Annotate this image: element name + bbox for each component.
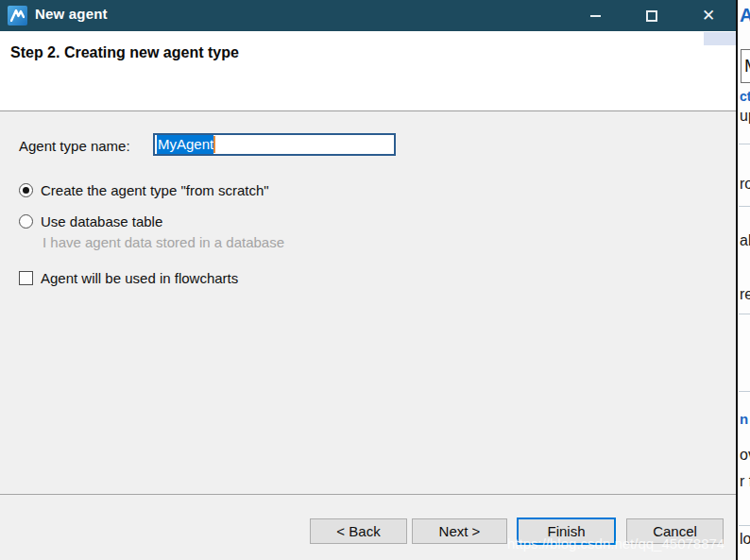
bg-fragment: al [740,232,750,249]
anylogic-logo-icon [8,6,27,25]
bg-divider [739,144,750,144]
finish-button[interactable]: Finish [517,518,616,545]
wizard-header: Step 2. Creating new agent type [0,31,736,111]
radio-unselected-icon[interactable] [19,214,33,229]
bg-fragment: ro [740,176,750,193]
radio-selected-icon[interactable] [19,183,33,197]
footer-separator [0,494,736,495]
titlebar[interactable]: New agent ✕ [0,0,736,31]
wizard-body: Agent type name: MyAgent Create the agen… [0,112,736,494]
text-caret [213,136,215,153]
radio-from-scratch[interactable]: Create the agent type "from scratch" [19,182,269,198]
minimize-icon [590,15,601,17]
checkbox-unchecked-icon[interactable] [19,271,33,285]
bg-fragment: re [740,286,750,303]
selected-input-text: MyAgent [157,135,213,154]
step-heading: Step 2. Creating new agent type [10,44,239,61]
close-icon: ✕ [702,8,715,24]
radio-from-scratch-label: Create the agent type "from scratch" [41,182,269,198]
bg-divider [739,391,750,392]
bg-fragment-field: M [741,49,750,83]
radio-use-database-label: Use database table [41,213,162,229]
agent-type-name-label: Agent type name: [19,138,130,154]
cancel-button[interactable]: Cancel [626,518,724,544]
maximize-icon [646,10,657,22]
new-agent-dialog: New agent ✕ Step 2. Creating new agent t… [0,0,738,560]
bg-divider [739,525,750,526]
bg-fragment: lo [740,531,750,548]
bg-fragment: ct [740,89,750,104]
database-hint-text: I have agent data stored in a database [43,234,284,250]
bg-divider [739,314,750,314]
window-title: New agent [35,6,108,22]
agent-type-name-input[interactable]: MyAgent [153,133,396,156]
close-button[interactable]: ✕ [692,0,724,31]
bg-fragment: ov [740,447,750,464]
back-button[interactable]: < Back [310,518,407,544]
background-window-strip: A M ct up ro al re n f ov r f lo [739,0,750,560]
minimize-button[interactable] [579,0,611,31]
next-button[interactable]: Next > [412,518,507,544]
background-artifact [704,32,736,45]
bg-fragment: n f [740,411,750,427]
bg-fragment: r f [740,473,750,490]
flowcharts-checkbox-row[interactable]: Agent will be used in flowcharts [19,270,238,286]
bg-divider [739,206,750,207]
bg-fragment-title: A [740,5,750,26]
bg-fragment: up [740,108,750,125]
screenshot-root: New agent ✕ Step 2. Creating new agent t… [0,0,750,560]
flowcharts-checkbox-label: Agent will be used in flowcharts [41,270,238,286]
maximize-button[interactable] [636,0,668,31]
radio-use-database[interactable]: Use database table [19,213,162,229]
